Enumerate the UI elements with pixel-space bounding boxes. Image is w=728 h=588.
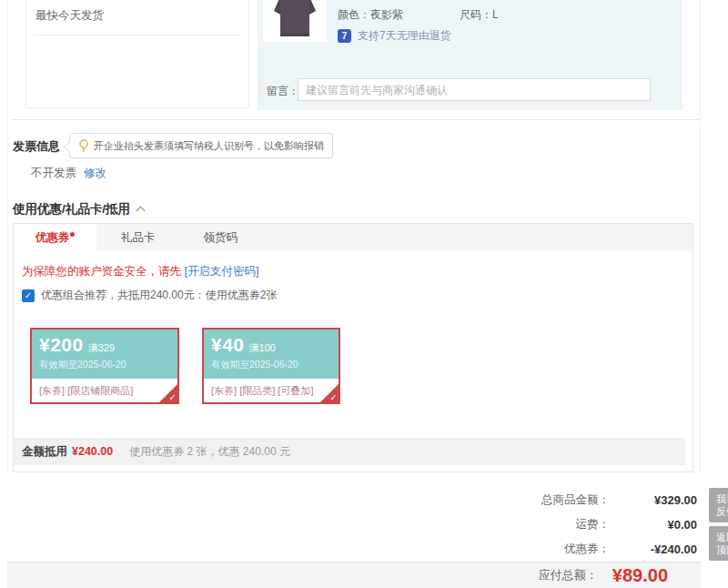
tab-coupon[interactable]: 优惠券 xyxy=(14,224,96,251)
product-image[interactable] xyxy=(263,0,327,42)
tab-new-dot-icon xyxy=(70,232,75,237)
combo-recommendation-row: ✓ 优惠组合推荐，共抵用240.00元：使用优惠券2张 xyxy=(22,288,277,303)
coupon-summary-amount: ¥240.00 xyxy=(72,445,113,458)
order-totals: 总商品金额： ¥329.00 运费： ¥0.00 优惠券： -¥240.00 xyxy=(541,488,697,562)
coupon-threshold: 满329 xyxy=(88,342,115,353)
invoice-current: 不开发票 xyxy=(31,166,76,181)
invoice-section-title: 发票信息 xyxy=(13,138,60,155)
feedback-button-line2: 反馈 xyxy=(709,505,728,518)
coupon-summary-row: 金额抵用 ¥240.00 使用优惠券 2 张，优惠 240.00 元 xyxy=(14,438,685,465)
total-value: -¥240.00 xyxy=(610,542,697,556)
coupon-panel: 优惠券 礼品卡 领货码 为保障您的账户资金安全，请先 [开启支付密码] ✓ 优惠… xyxy=(13,223,693,472)
check-icon: ✓ xyxy=(330,392,338,402)
message-label: 留言： xyxy=(267,84,299,99)
panel-right-border xyxy=(700,0,701,472)
coupon-threshold: 满100 xyxy=(249,342,276,353)
color-value: 夜影紫 xyxy=(370,8,403,21)
total-row-coupon: 优惠券： -¥240.00 xyxy=(541,537,697,562)
shipping-note: 最快今天发货 xyxy=(34,0,241,35)
security-warning: 为保障您的账户资金安全，请先 [开启支付密码] xyxy=(22,264,258,279)
total-row-goods: 总商品金额： ¥329.00 xyxy=(541,488,697,512)
total-row-shipping: 运费： ¥0.00 xyxy=(541,512,697,537)
coupon-card-200[interactable]: ¥200满329 有效期至2025-06-20 [东券] [限店铺限商品] ✓ xyxy=(30,328,179,404)
seven-day-badge-icon: 7 xyxy=(338,29,351,43)
coupon-tabbar: 优惠券 礼品卡 领货码 xyxy=(14,224,693,251)
order-item-panel: 颜色：夜影紫 尺码：L 7 支持7天无理由退货 留言： xyxy=(258,0,682,110)
color-label: 颜色： xyxy=(338,8,370,21)
shipping-option-box: 最快今天发货 xyxy=(25,0,249,108)
chevron-up-icon[interactable] xyxy=(136,207,146,216)
combo-label: 优惠组合推荐，共抵用240.00元：使用优惠券2张 xyxy=(41,288,277,303)
payable-bar: 应付总额： ¥89.00 xyxy=(7,562,701,588)
bulb-icon xyxy=(78,139,89,153)
set-payment-password-link[interactable]: [开启支付密码] xyxy=(184,265,258,278)
color-attribute: 颜色：夜影紫 xyxy=(338,7,403,23)
invoice-current-row: 不开发票 修改 xyxy=(31,166,106,181)
coupon-section-title-text: 使用优惠/礼品卡/抵用 xyxy=(13,201,130,218)
coupon-validity: 有效期至2025-06-20 xyxy=(211,359,331,371)
invoice-tooltip-text: 开企业抬头发票须填写纳税人识别号，以免影响报销 xyxy=(94,139,324,153)
checkout-page: 最快今天发货 颜色：夜影紫 尺码：L 7 支持7天无理由退货 留言： 发票信息 xyxy=(0,0,728,588)
tab-pickup-code[interactable]: 领货码 xyxy=(179,224,262,251)
coupon-amount: ¥40 xyxy=(211,334,245,355)
return-policy-row: 7 支持7天无理由退货 xyxy=(338,28,451,44)
check-icon: ✓ xyxy=(169,392,177,402)
feedback-button[interactable]: 我要 反馈 xyxy=(709,488,728,522)
coupon-tags: [东券] [限品类] [可叠加] xyxy=(204,379,339,402)
total-value: ¥0.00 xyxy=(610,518,697,532)
return-policy-text: 支持7天无理由退货 xyxy=(358,28,451,44)
coupon-top: ¥200满329 有效期至2025-06-20 xyxy=(32,329,177,379)
feedback-button-line1: 我要 xyxy=(709,492,728,505)
tshirt-icon xyxy=(263,0,327,42)
back-to-top-line2: 顶部 xyxy=(709,543,728,556)
total-value: ¥329.00 xyxy=(610,493,697,507)
tab-gift-card[interactable]: 礼品卡 xyxy=(96,224,179,251)
combo-checkbox[interactable]: ✓ xyxy=(22,289,35,302)
invoice-tooltip: 开企业抬头发票须填写纳税人识别号，以免影响报销 xyxy=(69,133,333,158)
security-warning-text: 为保障您的账户资金安全，请先 xyxy=(22,265,184,278)
back-to-top-button[interactable]: 返回 顶部 xyxy=(709,526,728,561)
coupon-summary-detail: 使用优惠券 2 张，优惠 240.00 元 xyxy=(129,444,290,460)
message-input[interactable] xyxy=(298,78,651,101)
coupon-card-40[interactable]: ¥40满100 有效期至2025-06-20 [东券] [限品类] [可叠加] … xyxy=(202,328,340,404)
coupon-validity: 有效期至2025-06-20 xyxy=(39,359,170,371)
coupon-amount: ¥200 xyxy=(39,334,84,355)
coupon-top: ¥40满100 有效期至2025-06-20 xyxy=(204,329,339,379)
total-label: 运费： xyxy=(576,517,611,532)
coupon-section-title: 使用优惠/礼品卡/抵用 xyxy=(13,201,144,218)
section-divider xyxy=(12,119,700,120)
payable-label: 应付总额： xyxy=(539,567,598,583)
total-label: 总商品金额： xyxy=(541,492,610,508)
size-label: 尺码： xyxy=(460,8,492,21)
back-to-top-line1: 返回 xyxy=(709,531,728,543)
total-label: 优惠券： xyxy=(564,542,610,557)
panel-left-border xyxy=(7,0,8,472)
invoice-modify-link[interactable]: 修改 xyxy=(84,166,106,181)
size-value: L xyxy=(492,8,499,21)
payable-amount: ¥89.00 xyxy=(612,565,668,586)
size-attribute: 尺码：L xyxy=(460,7,499,23)
coupon-summary-label: 金额抵用 xyxy=(22,444,67,460)
coupon-tags: [东券] [限店铺限商品] xyxy=(32,379,177,402)
